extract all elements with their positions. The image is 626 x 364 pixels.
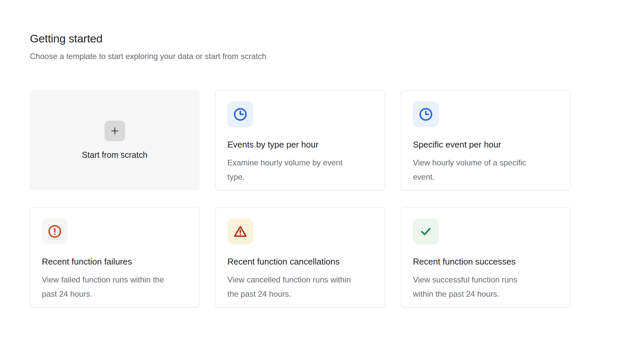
plus-icon — [110, 126, 120, 136]
getting-started-page: Getting started Choose a template to sta… — [0, 0, 626, 307]
card-title: Recent function failures — [42, 257, 188, 267]
card-specific-event-per-hour[interactable]: Specific event per hour View hourly volu… — [401, 90, 571, 190]
card-description: View cancelled function runs within the … — [227, 273, 352, 301]
card-start-from-scratch[interactable]: Start from scratch — [30, 90, 199, 190]
check-icon — [419, 224, 433, 239]
card-title: Recent function successes — [413, 257, 559, 267]
clock-icon-tile — [413, 101, 439, 127]
check-icon-tile — [413, 218, 439, 244]
clock-icon-tile — [227, 101, 253, 127]
warning-triangle-icon — [233, 224, 248, 239]
card-description: View hourly volume of a specific event. — [413, 155, 537, 184]
page-subtitle: Choose a template to start exploring you… — [30, 51, 596, 61]
card-recent-function-cancellations[interactable]: Recent function cancellations View cance… — [215, 207, 385, 307]
warning-triangle-icon-tile — [227, 218, 253, 244]
plus-tile — [105, 121, 125, 141]
start-from-scratch-label: Start from scratch — [82, 150, 147, 160]
card-title: Events by type per hour — [227, 140, 373, 150]
card-description: View failed function runs within the pas… — [42, 273, 166, 301]
template-grid: Start from scratch Events by type per ho… — [30, 90, 596, 307]
card-description: View successful function runs within the… — [413, 273, 537, 301]
card-title: Recent function cancellations — [227, 257, 373, 267]
card-recent-function-successes[interactable]: Recent function successes View successfu… — [401, 207, 571, 307]
alert-circle-icon-tile — [42, 218, 68, 244]
alert-circle-icon — [47, 224, 62, 239]
clock-icon — [233, 107, 248, 122]
card-title: Specific event per hour — [413, 140, 559, 150]
card-events-by-type-per-hour[interactable]: Events by type per hour Examine hourly v… — [215, 90, 385, 190]
page-title: Getting started — [30, 32, 596, 45]
card-description: Examine hourly volume by event type. — [227, 155, 352, 184]
clock-icon — [419, 107, 433, 122]
card-recent-function-failures[interactable]: Recent function failures View failed fun… — [30, 207, 199, 307]
